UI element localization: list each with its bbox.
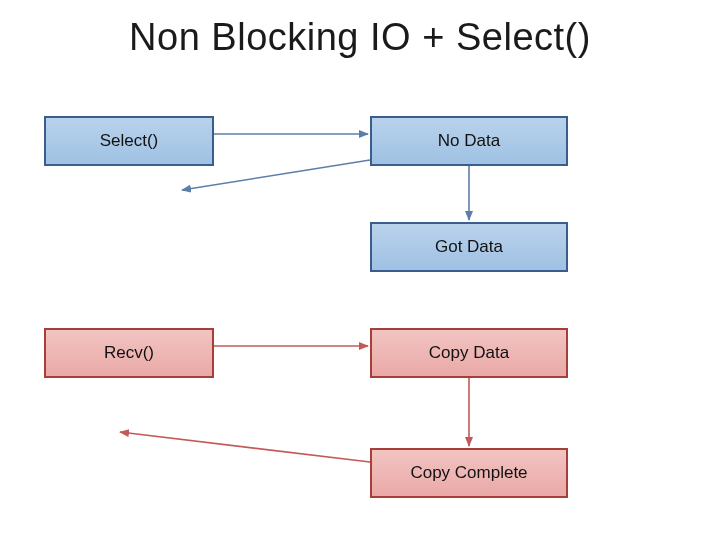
node-copy-complete: Copy Complete [370, 448, 568, 498]
arrow-copycomplete-to-left [120, 432, 370, 462]
node-got-data: Got Data [370, 222, 568, 272]
node-label: Copy Complete [410, 463, 527, 483]
node-no-data: No Data [370, 116, 568, 166]
node-recv: Recv() [44, 328, 214, 378]
arrow-layer [0, 0, 720, 540]
node-label: Recv() [104, 343, 154, 363]
node-copy-data: Copy Data [370, 328, 568, 378]
node-label: Got Data [435, 237, 503, 257]
page-title: Non Blocking IO + Select() [0, 16, 720, 59]
node-label: No Data [438, 131, 500, 151]
node-label: Copy Data [429, 343, 509, 363]
node-label: Select() [100, 131, 159, 151]
node-select: Select() [44, 116, 214, 166]
